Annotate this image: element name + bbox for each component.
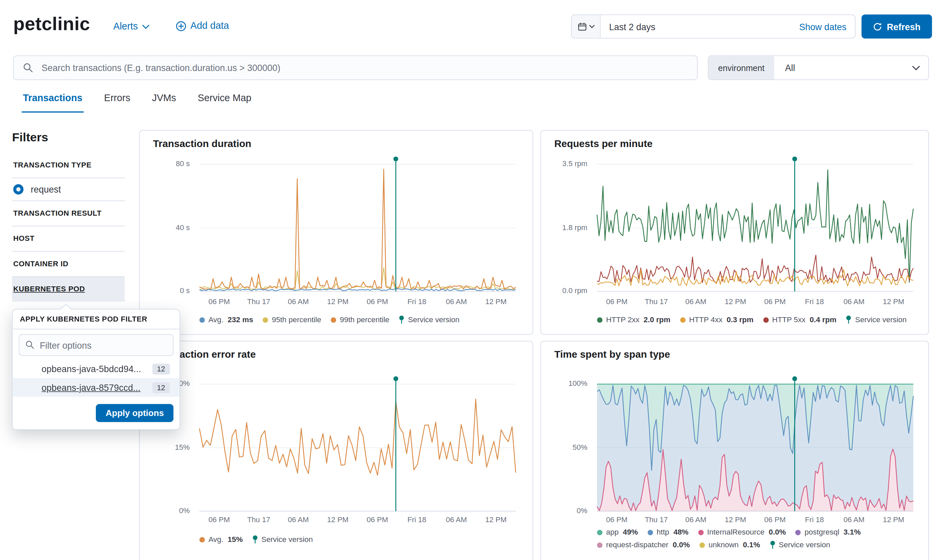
legend-label: HTTP 5xx bbox=[772, 315, 805, 324]
y-axis: 3.5 rpm1.8 rpm0.0 rpm bbox=[541, 165, 592, 291]
legend-dot-icon bbox=[199, 537, 205, 542]
transaction-duration-chart[interactable] bbox=[199, 165, 516, 291]
kubernetes-pod-filter-popover: APPLY KUBERNETES POD FILTER opbeans-java… bbox=[12, 309, 180, 430]
search-icon bbox=[23, 63, 33, 73]
x-axis: 06 PMThu 1706 AM12 PM06 PMFri 1806 AM12 … bbox=[597, 297, 913, 306]
legend-label: app bbox=[606, 528, 618, 537]
service-version-pin-icon bbox=[770, 541, 775, 549]
x-axis-tick: Fri 18 bbox=[795, 515, 834, 524]
popover-title: APPLY KUBERNETES POD FILTER bbox=[13, 309, 180, 329]
filter-section-transaction-result[interactable]: TRANSACTION RESULT bbox=[12, 201, 125, 226]
popover-options-list: opbeans-java-5bdcd94... 12 opbeans-java-… bbox=[13, 359, 180, 397]
legend-item-95th-percentile[interactable]: 95th percentile bbox=[263, 315, 321, 324]
filter-option-request[interactable]: request bbox=[12, 178, 125, 201]
x-axis-tick: 06 AM bbox=[279, 515, 318, 524]
x-axis-tick: 06 AM bbox=[437, 515, 476, 524]
plus-circle-icon bbox=[176, 21, 186, 31]
pod-option-1[interactable]: opbeans-java-5bdcd94... 12 bbox=[13, 359, 180, 378]
apply-options-button[interactable]: Apply options bbox=[96, 404, 173, 422]
x-axis-tick: 06 PM bbox=[199, 515, 239, 524]
x-axis-tick: 06 AM bbox=[279, 297, 318, 306]
time-range-value[interactable]: Last 2 days bbox=[601, 15, 790, 38]
legend-item-http-2xx[interactable]: HTTP 2xx2.0 rpm bbox=[597, 315, 671, 324]
refresh-button[interactable]: Refresh bbox=[862, 14, 932, 38]
legend-label: http bbox=[656, 528, 669, 537]
legend-item-app[interactable]: app49% bbox=[597, 528, 638, 537]
service-version-pin-icon bbox=[399, 315, 404, 324]
filter-section-container-id[interactable]: CONTAINER ID bbox=[12, 252, 125, 276]
legend-item-avg[interactable]: Avg.232 ms bbox=[199, 315, 253, 324]
legend-item-service-version[interactable]: Service version bbox=[399, 315, 459, 324]
chart-legend: app49%http48%InternalResource0.0%postgre… bbox=[597, 528, 927, 549]
show-dates-button[interactable]: Show dates bbox=[791, 15, 855, 38]
time-spent-by-span-type-chart[interactable] bbox=[597, 384, 913, 511]
x-axis-tick: 06 AM bbox=[834, 297, 874, 306]
x-axis-tick: 06 PM bbox=[755, 515, 795, 524]
x-axis-tick: Thu 17 bbox=[636, 515, 676, 524]
legend-item-service-version[interactable]: Service version bbox=[770, 541, 830, 549]
legend-item-99th-percentile[interactable]: 99th percentile bbox=[331, 315, 389, 324]
legend-label: Service version bbox=[408, 315, 459, 324]
alerts-dropdown[interactable]: Alerts bbox=[113, 21, 149, 32]
environment-label: environment bbox=[709, 56, 774, 79]
search-transactions-input[interactable] bbox=[40, 62, 697, 73]
legend-item-internalresource[interactable]: InternalResource0.0% bbox=[698, 528, 786, 537]
legend-item-http-5xx[interactable]: HTTP 5xx0.4 rpm bbox=[763, 315, 836, 324]
environment-filter: environment All bbox=[708, 55, 929, 80]
filter-options-input[interactable] bbox=[19, 334, 174, 356]
chart-title: Requests per minute bbox=[554, 138, 653, 149]
legend-dot-icon bbox=[597, 529, 602, 535]
popover-search bbox=[19, 334, 174, 356]
quick-select-button[interactable] bbox=[572, 15, 601, 38]
environment-select[interactable]: All bbox=[774, 56, 928, 79]
pod-option-2[interactable]: opbeans-java-8579ccd... 12 bbox=[13, 378, 180, 397]
transaction-error-rate-chart[interactable] bbox=[199, 384, 516, 511]
legend-label: HTTP 4xx bbox=[689, 315, 722, 324]
legend-label: postgresql bbox=[805, 528, 839, 537]
add-data-button[interactable]: Add data bbox=[176, 20, 229, 31]
service-version-pin-icon bbox=[253, 535, 258, 544]
legend-label: unknown bbox=[709, 541, 739, 549]
legend-item-service-version[interactable]: Service version bbox=[253, 535, 313, 544]
legend-value: 48% bbox=[673, 528, 689, 537]
legend-label: Service version bbox=[261, 535, 313, 544]
filters-title: Filters bbox=[12, 130, 125, 145]
y-axis-tick: 15% bbox=[175, 443, 190, 451]
x-axis-tick: 06 AM bbox=[676, 297, 715, 306]
legend-item-postgresql[interactable]: postgresql3.1% bbox=[796, 528, 861, 537]
tab-service-map[interactable]: Service Map bbox=[197, 91, 253, 113]
legend-item-unknown[interactable]: unknown0.1% bbox=[699, 541, 760, 549]
tab-transactions[interactable]: Transactions bbox=[22, 91, 84, 113]
legend-item-http-4xx[interactable]: HTTP 4xx0.3 rpm bbox=[680, 315, 753, 324]
chevron-down-icon bbox=[142, 25, 149, 29]
tab-errors[interactable]: Errors bbox=[103, 91, 132, 113]
legend-value: 0.3 rpm bbox=[727, 315, 753, 324]
add-data-label: Add data bbox=[190, 20, 229, 31]
y-axis-tick: 1.8 rpm bbox=[562, 223, 587, 231]
legend-label: request-dispatcher bbox=[606, 541, 668, 549]
filter-section-host[interactable]: HOST bbox=[12, 226, 125, 251]
chart-title: Transaction duration bbox=[153, 138, 251, 149]
legend-label: Service version bbox=[779, 541, 830, 549]
legend-dot-icon bbox=[698, 529, 704, 535]
legend-dot-icon bbox=[263, 317, 268, 322]
legend-item-request-dispatcher[interactable]: request-dispatcher0.0% bbox=[597, 541, 690, 549]
legend-item-avg[interactable]: Avg.15% bbox=[199, 535, 243, 544]
legend-item-http[interactable]: http48% bbox=[647, 528, 689, 537]
legend-label: 95th percentile bbox=[272, 315, 321, 324]
requests-per-minute-chart[interactable] bbox=[597, 165, 913, 291]
legend-value: 2.0 rpm bbox=[644, 315, 671, 324]
search-icon bbox=[25, 340, 34, 349]
x-axis-tick: 06 AM bbox=[437, 297, 476, 306]
x-axis-tick: Fri 18 bbox=[397, 515, 437, 524]
service-title: petclinic bbox=[14, 14, 90, 35]
environment-value: All bbox=[785, 63, 912, 73]
legend-label: 99th percentile bbox=[340, 315, 389, 324]
legend-value: 0.4 rpm bbox=[810, 315, 836, 324]
tab-jvms[interactable]: JVMs bbox=[151, 91, 177, 113]
filter-section-kubernetes-pod[interactable]: KUBERNETES POD bbox=[12, 277, 125, 302]
x-axis: 06 PMThu 1706 AM12 PM06 PMFri 1806 AM12 … bbox=[597, 515, 913, 524]
refresh-icon bbox=[873, 22, 882, 31]
legend-item-service-version[interactable]: Service version bbox=[846, 315, 907, 324]
legend-value: 0.0% bbox=[673, 541, 690, 549]
